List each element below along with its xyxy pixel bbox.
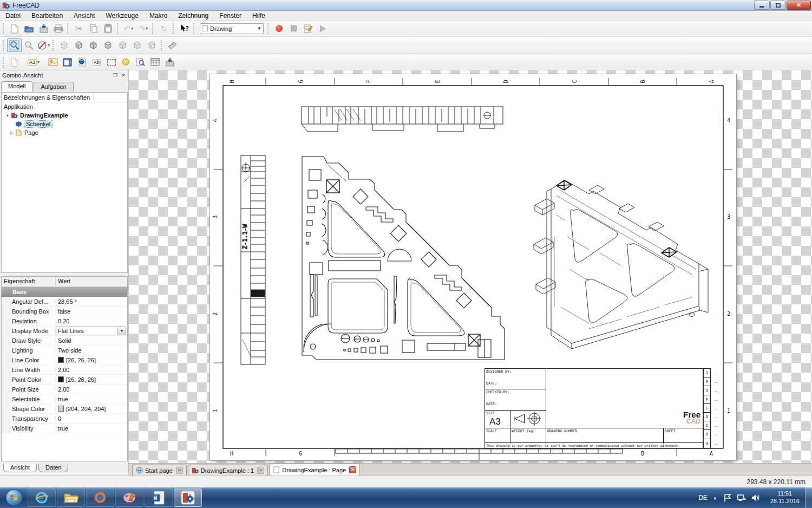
property-value[interactable]: true <box>56 425 127 432</box>
tab-close-icon[interactable]: ✕ <box>176 467 183 474</box>
toolbar-grip[interactable] <box>3 23 5 34</box>
spreadsheet-view-button[interactable] <box>148 55 162 69</box>
taskbar-paint[interactable] <box>115 489 143 507</box>
toolbar-grip[interactable] <box>173 23 175 34</box>
draw-style-button[interactable]: ▾ <box>36 38 51 52</box>
menu-hilfe[interactable]: Hilfe <box>247 11 271 20</box>
property-value[interactable]: 2,00 <box>56 386 127 393</box>
open-browser-view-button[interactable]: ! <box>60 55 75 69</box>
tab-drawingexample-page[interactable]: DrawingExample : Page ✕ <box>269 464 360 476</box>
property-value[interactable]: Solid <box>56 337 127 344</box>
tab-close-icon[interactable]: ✕ <box>349 466 356 473</box>
show-desktop-button[interactable] <box>805 487 812 508</box>
menu-bearbeiten[interactable]: Bearbeiten <box>26 11 68 20</box>
print-button[interactable] <box>51 22 66 35</box>
paste-button[interactable] <box>101 22 115 35</box>
view-top-button[interactable] <box>86 38 101 52</box>
undo-button[interactable]: ↶▾ <box>121 22 136 35</box>
new-document-button[interactable] <box>7 22 22 35</box>
taskbar-explorer[interactable] <box>57 489 85 507</box>
undo-dropdown-icon[interactable]: ▾ <box>131 26 133 31</box>
language-indicator[interactable]: DE <box>698 494 708 502</box>
menu-zeichnung[interactable]: Zeichnung <box>173 11 214 20</box>
start-button[interactable] <box>3 489 25 507</box>
redo-dropdown-icon[interactable]: ▾ <box>146 26 148 31</box>
tree-item-schenkel[interactable]: Schenkel <box>2 120 127 128</box>
view-left-button[interactable] <box>145 38 159 52</box>
view-axonometric-button[interactable] <box>57 38 71 52</box>
copy-button[interactable] <box>86 22 101 35</box>
taskbar-firefox[interactable] <box>86 489 114 507</box>
toolbar-grip[interactable] <box>267 23 270 34</box>
collapse-arrow-icon[interactable]: ▾ <box>5 113 10 118</box>
front-view[interactable] <box>302 157 505 360</box>
property-group-base[interactable]: Base <box>2 287 127 297</box>
macro-record-button[interactable] <box>272 22 286 35</box>
toolbar-grip[interactable] <box>3 40 5 51</box>
toolbar-grip[interactable] <box>67 23 70 34</box>
draft-view-button[interactable] <box>75 55 89 69</box>
tab-modell[interactable]: Modell <box>1 81 32 92</box>
property-value[interactable]: true <box>56 396 127 402</box>
chevron-down-icon[interactable]: ▼ <box>117 327 126 335</box>
page-format-dropdown-icon[interactable]: ▾ <box>37 60 40 64</box>
expand-arrow-icon[interactable]: ▷ <box>9 131 15 135</box>
open-document-button[interactable] <box>22 22 36 35</box>
minimize-button[interactable] <box>754 1 770 10</box>
tree-schenkel-label[interactable]: Schenkel <box>24 121 52 127</box>
property-value[interactable]: 0 <box>56 415 127 422</box>
menu-ansicht[interactable]: Ansicht <box>68 11 100 20</box>
view-bottom-button[interactable] <box>130 38 145 52</box>
export-page-button[interactable] <box>162 55 177 69</box>
tab-start-page[interactable]: Start page ✕ <box>132 465 187 476</box>
toolbar-grip[interactable] <box>161 40 163 51</box>
volume-icon[interactable] <box>751 493 761 502</box>
view-right-button[interactable] <box>101 38 115 52</box>
draw-style-dropdown-icon[interactable]: ▾ <box>48 43 50 48</box>
symbol-button[interactable] <box>119 55 133 69</box>
tab-ansicht[interactable]: Ansicht <box>3 464 37 472</box>
taskbar-freecad[interactable] <box>174 489 202 507</box>
view-rear-button[interactable] <box>115 38 130 52</box>
taskbar-internet-explorer[interactable]: e <box>28 489 56 507</box>
macro-stop-button[interactable] <box>286 22 301 35</box>
toolbar-grip[interactable] <box>3 57 5 68</box>
property-value[interactable]: Two side <box>56 347 127 354</box>
action-center-flag-icon[interactable] <box>723 493 732 502</box>
whats-this-button[interactable]: ? <box>177 22 192 35</box>
menu-datei[interactable]: Datei <box>0 11 26 20</box>
tab-aufgaben[interactable]: Aufgaben <box>34 82 73 92</box>
redo-button[interactable]: ↷▾ <box>136 22 150 35</box>
iso-view[interactable] <box>534 180 708 349</box>
tree-item-page[interactable]: ▷ Page <box>2 128 127 137</box>
top-view[interactable] <box>302 107 503 132</box>
refresh-button[interactable]: ↻ <box>156 22 171 35</box>
tree-item-document[interactable]: ▾ DrawingExample <box>2 111 127 120</box>
tray-expand-icon[interactable]: ▲ <box>713 496 717 500</box>
panel-close-icon[interactable]: ✕ <box>120 72 127 79</box>
tab-close-icon[interactable]: ✕ <box>257 467 264 474</box>
property-value[interactable]: 28,65 ° <box>56 298 127 305</box>
title-bar[interactable]: FreeCAD ✕ <box>0 0 812 11</box>
toolbar-grip[interactable] <box>193 23 196 34</box>
annotation-button[interactable]: Ab <box>89 55 104 69</box>
measure-button[interactable] <box>165 38 180 52</box>
tab-daten[interactable]: Daten <box>38 464 68 472</box>
menu-makro[interactable]: Makro <box>144 11 173 20</box>
fit-all-button[interactable] <box>7 38 22 52</box>
close-button[interactable]: ✕ <box>787 1 811 10</box>
workbench-selector[interactable]: Drawing ▼ <box>200 23 264 34</box>
side-view[interactable]: Z-1.1-W <box>241 155 265 364</box>
taskbar-word[interactable]: W <box>145 489 173 507</box>
page-format-a3-button[interactable]: A3 ▾ <box>22 55 45 69</box>
toolbar-grip[interactable] <box>152 23 155 34</box>
toolbar-grip[interactable] <box>53 40 55 51</box>
tree-item-application[interactable]: Applikation <box>2 102 127 111</box>
property-value[interactable]: 0,20 <box>56 318 127 324</box>
save-document-button[interactable] <box>36 22 51 35</box>
combo-view-titlebar[interactable]: Combo-Ansicht ❐ ✕ <box>0 70 129 80</box>
property-value[interactable]: 2,00 <box>56 367 127 373</box>
clip-group-button[interactable] <box>104 55 119 69</box>
undock-icon[interactable]: ❐ <box>112 72 119 79</box>
taskbar-clock[interactable]: 11:51 28.11.2016 <box>770 490 800 505</box>
